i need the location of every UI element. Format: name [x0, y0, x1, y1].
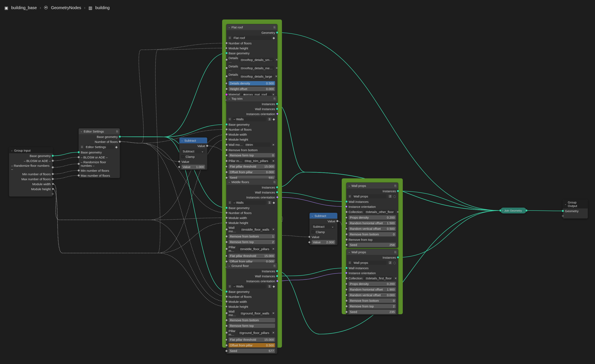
close-icon[interactable]: ✕ [272, 143, 275, 146]
wall-mod-field[interactable]: ▤ground_floor_walls [239, 311, 270, 316]
close-icon[interactable]: ✕ [396, 210, 399, 214]
node-wire[interactable] [53, 189, 227, 307]
offset-pillar-field[interactable]: Offset from pillar0.500 [229, 343, 275, 347]
node-wire[interactable] [120, 137, 227, 208]
rho-field[interactable]: Random horiontal offset1.900 [348, 287, 396, 292]
node-wire[interactable] [120, 130, 227, 143]
node-wall-props[interactable]: ⌄ Wall props ⎘ Instances ☱Wall props2◌ W… [346, 183, 398, 248]
close-icon[interactable]: ✕ [272, 247, 275, 251]
node-group-input[interactable]: ⌄ Group Input Base geometry – BLOSM or A… [9, 147, 53, 197]
node-editor-settings[interactable]: ⌄ Editor Settings ⎘ Base geometry Number… [78, 128, 120, 178]
node-header[interactable]: ⌄ Wall props ⎘ [347, 249, 398, 255]
pin-icon[interactable]: ⎘ [274, 26, 276, 29]
node-wire[interactable] [120, 142, 179, 162]
node-top-trim[interactable]: ⌄ Top trim ⎘ Instances Wall Instances In… [226, 96, 277, 181]
shield-icon[interactable]: ◆ [273, 201, 275, 205]
node-group-output[interactable]: ⌄ Group Output Geometry [563, 199, 588, 219]
details-field[interactable]: ▤rooftop_details_large [239, 74, 273, 79]
node-wire[interactable] [277, 268, 347, 276]
node-subtract[interactable]: ⌄ Subtract Value Subtract⌄ Clamp Value V… [309, 213, 338, 245]
details-field[interactable]: ▤rooftop_details_sm… [239, 58, 274, 62]
op-dropdown[interactable]: Subtract⌄ [181, 149, 205, 153]
rvo-field[interactable]: Random vertical offset0.000 [348, 293, 396, 297]
node-header[interactable]: ⌄ Top trim ⎘ [227, 96, 277, 101]
breadcrumb-group[interactable]: building [95, 5, 110, 10]
breadcrumb[interactable]: ▣ building_base › ⦿ GeometryNodes › ▥ bu… [4, 5, 110, 10]
node-wire[interactable] [277, 273, 347, 281]
close-icon[interactable]: ✕ [272, 331, 275, 334]
close-icon[interactable]: ✕ [275, 66, 278, 70]
op-dropdown[interactable]: Subtract⌄ [312, 224, 335, 229]
wall-mod-field[interactable]: ▤middle_floor_walls [240, 227, 270, 232]
value-field[interactable]: Value1.000 [181, 165, 205, 169]
group-dropdown[interactable]: – Walls [232, 117, 266, 121]
node-header[interactable]: ⌄ Ground floor ⎘ [227, 263, 277, 268]
clamp-checkbox[interactable] [181, 155, 184, 158]
close-icon[interactable]: ✕ [272, 159, 275, 163]
node-wire[interactable] [120, 142, 227, 297]
close-icon[interactable]: ✕ [275, 75, 278, 78]
node-wire[interactable] [277, 197, 347, 206]
flat-pillar-field[interactable]: Flat pillar threshold15.000 [229, 337, 275, 342]
height-offset-field[interactable]: Height offset0.000 [229, 87, 275, 91]
pillar-field[interactable]: ▤top_trim_pillars [243, 159, 270, 163]
node-wall-props[interactable]: ⌄ Wall props ⎘ Instances ☱Wall props2◌ W… [346, 249, 398, 315]
rfb-field[interactable]: Remove from bottom0 [348, 298, 396, 303]
rho-field[interactable]: Random horiontal offset1.500 [348, 221, 396, 225]
density-field[interactable]: Details density0.500 [229, 81, 275, 85]
pin-icon[interactable]: ⎘ [116, 130, 118, 133]
pin-icon[interactable]: ⎘ [274, 264, 276, 268]
seed-field[interactable]: Seed577 [229, 349, 275, 353]
group-dropdown[interactable]: Wall props [352, 194, 386, 199]
group-dropdown[interactable]: Editor Settings [85, 145, 114, 149]
node-wire[interactable] [277, 192, 347, 202]
node-header[interactable]: ⌄ Subtract [179, 137, 207, 143]
pin-icon[interactable]: ⎘ [394, 250, 396, 254]
breadcrumb-modifier[interactable]: GeometryNodes [51, 5, 81, 10]
seed-field[interactable]: Seed235 [348, 310, 396, 314]
node-join-geometry[interactable]: › Join Geometry [500, 207, 526, 214]
props-density-field[interactable]: Props density0.200 [348, 282, 396, 286]
props-density-field[interactable]: Props density0.200 [348, 215, 396, 220]
node-flat-roof[interactable]: ⌄ Flat roof ⎘ Geometry ☱Flat roof◆ Numbe… [226, 24, 277, 103]
flat-pillar-field[interactable]: Flat pillar threshold15.000 [229, 164, 275, 169]
node-wire[interactable] [53, 189, 227, 253]
node-wire[interactable] [53, 157, 79, 161]
node-header[interactable]: ⌄ Middle floors ⎘ [227, 179, 277, 185]
close-icon[interactable]: ✕ [275, 58, 278, 62]
pin-icon[interactable]: ⎘ [274, 180, 276, 184]
node-wire[interactable] [120, 137, 227, 292]
close-icon[interactable]: ✕ [272, 311, 275, 315]
seed-field[interactable]: Seed258 [348, 243, 396, 247]
close-icon[interactable]: ✕ [272, 228, 275, 231]
node-wire[interactable] [53, 175, 79, 179]
node-wire[interactable] [53, 164, 79, 167]
node-wire[interactable] [53, 184, 227, 302]
node-wire[interactable] [398, 191, 500, 211]
node-wire[interactable] [53, 184, 227, 220]
shield-icon[interactable]: ◆ [115, 145, 118, 149]
rfb-field[interactable]: Remove from bottom0 [348, 232, 396, 236]
rvo-field[interactable]: Random vertical offset0.500 [348, 227, 396, 231]
remove-bottom-field[interactable]: Remove from bottom [229, 318, 275, 322]
node-ground-floor[interactable]: ⌄ Ground floor ⎘ Instances Wall Instance… [226, 263, 277, 354]
pin-icon[interactable]: ⎘ [394, 184, 396, 187]
shield-icon[interactable]: ◆ [273, 117, 275, 121]
node-wire[interactable] [526, 211, 563, 211]
node-subtract[interactable]: ⌄ Subtract Value Subtract⌄ Clamp Value V… [179, 137, 207, 170]
node-header[interactable]: ⌄ Subtract [310, 213, 337, 219]
group-dropdown[interactable]: – Walls [232, 200, 266, 205]
node-wire[interactable] [120, 142, 227, 213]
node-wire[interactable] [120, 53, 227, 137]
offset-pillar-field[interactable]: Offset from pillar0.000 [229, 170, 275, 174]
shield-icon[interactable]: ◌ [393, 261, 396, 265]
node-header[interactable]: › Join Geometry [501, 208, 526, 213]
node-wire[interactable] [120, 124, 227, 137]
node-header[interactable]: ⌄ Wall props ⎘ [347, 183, 398, 189]
rft-field[interactable]: Remove from top2 [348, 304, 396, 309]
wall-mod-field[interactable]: ▤trim [244, 143, 270, 147]
close-icon[interactable]: ✕ [394, 277, 397, 280]
shield-icon[interactable]: ◆ [273, 285, 275, 288]
pin-icon[interactable]: ⎘ [274, 97, 276, 100]
node-wire[interactable] [120, 43, 227, 143]
